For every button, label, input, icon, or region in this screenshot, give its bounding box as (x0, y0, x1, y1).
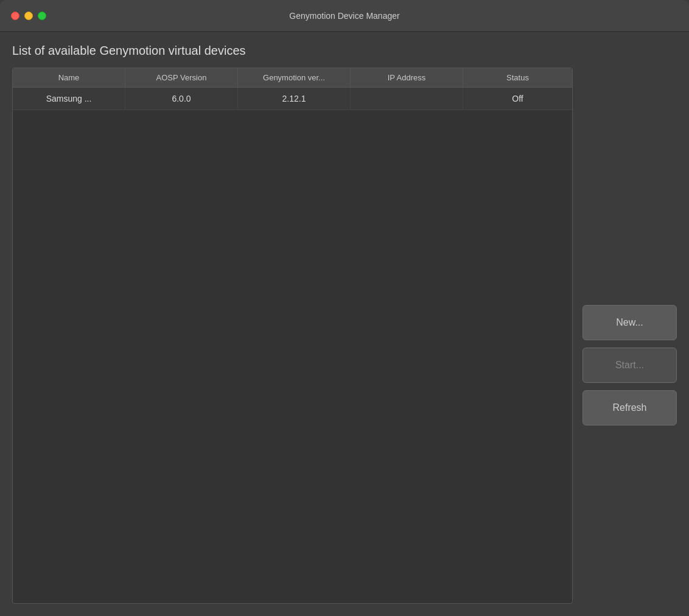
close-button[interactable] (11, 12, 19, 20)
minimize-button[interactable] (24, 12, 33, 20)
cell-geny: 2.12.1 (238, 88, 351, 110)
sidebar-buttons: New... Start... Refresh (582, 68, 677, 604)
table-row[interactable]: Samsung ... 6.0.0 2.12.1 Off (13, 88, 572, 110)
col-header-geny: Genymotion ver... (238, 68, 351, 87)
page-heading: List of available Genymotion virtual dev… (12, 44, 677, 58)
refresh-button[interactable]: Refresh (582, 390, 677, 425)
cell-aosp: 6.0.0 (125, 88, 238, 110)
device-table: Name AOSP Version Genymotion ver... IP A… (12, 68, 573, 604)
cell-status: Off (463, 88, 572, 110)
cell-ip (351, 88, 463, 110)
main-area: Name AOSP Version Genymotion ver... IP A… (12, 68, 677, 604)
cell-name: Samsung ... (13, 88, 125, 110)
table-body: Samsung ... 6.0.0 2.12.1 Off (13, 88, 572, 603)
start-button[interactable]: Start... (582, 348, 677, 383)
maximize-button[interactable] (38, 12, 46, 20)
titlebar: Genymotion Device Manager (0, 0, 689, 32)
col-header-aosp: AOSP Version (125, 68, 238, 87)
col-header-ip: IP Address (351, 68, 463, 87)
window-title: Genymotion Device Manager (289, 11, 399, 21)
new-button[interactable]: New... (582, 305, 677, 340)
col-header-name: Name (13, 68, 125, 87)
window-controls (11, 12, 46, 20)
col-header-status: Status (463, 68, 572, 87)
app-window: Genymotion Device Manager List of availa… (0, 0, 689, 616)
content-area: List of available Genymotion virtual dev… (0, 32, 689, 616)
table-header: Name AOSP Version Genymotion ver... IP A… (13, 68, 572, 88)
